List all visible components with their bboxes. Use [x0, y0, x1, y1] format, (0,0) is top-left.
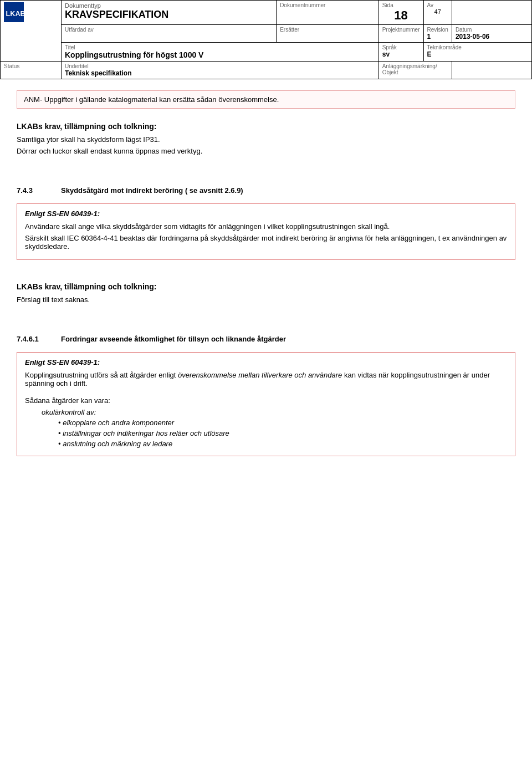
lkab-section-1-p1: Samtliga ytor skall ha skyddsform lägst … [17, 135, 515, 144]
section-7461-header: 7.4.6.1 Fordringar avseende åtkomlighet … [17, 335, 515, 343]
tech-area-label: Teknikområde [427, 44, 528, 50]
issued-by-label: Utfärdad av [65, 27, 273, 33]
title-cell: Titel Kopplingsutrustning för högst 1000… [62, 43, 379, 62]
date-cell: Datum 2013-05-06 [452, 25, 531, 43]
title-value: Kopplingsutrustning för högst 1000 V [65, 50, 375, 59]
replaces-cell: Ersätter [277, 25, 379, 43]
doc-type-label: Dokumenttyp [65, 2, 273, 9]
marking-cell: Anläggningsmärkning/ Objekt [378, 62, 452, 79]
revision-value: 1 [427, 33, 448, 40]
title-label: Titel [65, 44, 375, 50]
lkab-section-1-p2: Dörrar och luckor skall endast kunna öpp… [17, 147, 515, 155]
lkab-section-1: LKABs krav, tillämpning och tolkning: Sa… [17, 122, 515, 155]
section-7461-number: 7.4.6.1 [17, 335, 50, 343]
enligt-box-2-title: Enligt SS-EN 60439-1: [25, 358, 507, 366]
enligt-box-1-title: Enligt SS-EN 60439-1: [25, 210, 507, 218]
enligt-box-2-p1: Kopplingsutrustning utförs så att åtgärd… [25, 371, 507, 387]
according-list: okulärkontroll av: elkopplare och andra … [25, 408, 507, 448]
dot-list-item-3: anslutning och märkning av ledare [25, 440, 507, 448]
replaces-label: Ersätter [280, 27, 375, 33]
dot-item-3-text: anslutning och märkning av ledare [63, 440, 172, 448]
dash-item-text: okulärkontroll av: [42, 408, 96, 416]
svg-text:LKAB: LKAB [6, 10, 24, 18]
of-cell: Av 47 [423, 1, 452, 25]
section-7461-title: Fordringar avseende åtkomlighet för till… [61, 335, 286, 343]
marking-label: Anläggningsmärkning/ Objekt [382, 63, 448, 75]
date-label: Datum [456, 27, 528, 33]
project-number-cell: Projektnummer [378, 25, 423, 43]
dot-item-2-text: inställningar och indikeringar hos reläe… [63, 429, 229, 437]
section-743-title: Skyddsåtgärd mot indirekt beröring ( se … [61, 186, 243, 195]
lkab-section-2: LKABs krav, tillämpning och tolkning: Fö… [17, 282, 515, 304]
anm-box: ANM- Uppgifter i gällande katalogmateria… [17, 90, 515, 109]
subtitle-label: Undertitel [65, 63, 375, 69]
lkab-section-2-p1: Förslag till text saknas. [17, 295, 515, 304]
page-number: 18 [382, 8, 420, 23]
enligt-box-2-p2: Sådana åtgärder kan vara: [25, 396, 507, 405]
issued-by-cell: Utfärdad av [62, 25, 277, 43]
doc-type-cell: Dokumenttyp KRAVSPECIFIKATION [62, 1, 277, 25]
subtitle-cell: Undertitel Teknisk specifikation [62, 62, 379, 79]
document-header: LKAB Dokumenttyp KRAVSPECIFIKATION Dokum… [0, 0, 532, 79]
tech-area-cell: Teknikområde E [423, 43, 531, 62]
enligt-box-1: Enligt SS-EN 60439-1: Användare skall an… [17, 203, 515, 260]
date-value: 2013-05-06 [456, 33, 528, 40]
page-label: Sida [382, 2, 420, 8]
doc-number-label: Dokumentnummer [280, 2, 375, 8]
main-content: ANM- Uppgifter i gällande katalogmateria… [0, 79, 532, 478]
enligt-box-1-p2: Särskilt skall IEC 60364-4-41 beaktas dä… [25, 234, 507, 251]
tech-area-value: E [427, 50, 528, 58]
lkab-logo-icon: LKAB [4, 2, 24, 22]
subtitle-value: Teknisk specifikation [65, 69, 375, 77]
language-label: Språk [382, 44, 420, 50]
of-label: Av [427, 2, 448, 8]
revision-cell: Revision 1 [423, 25, 452, 43]
doc-type-value: KRAVSPECIFIKATION [65, 9, 273, 21]
enligt-box-2: Enligt SS-EN 60439-1: Kopplingsutrustnin… [17, 352, 515, 456]
status-cell: Status [1, 62, 62, 79]
dot-list-item-1: elkopplare och andra komponenter [25, 419, 507, 427]
dash-list-item: okulärkontroll av: [25, 408, 507, 416]
anm-text: ANM- Uppgifter i gällande katalogmateria… [24, 95, 279, 104]
lkab-section-2-heading: LKABs krav, tillämpning och tolkning: [17, 282, 515, 291]
enligt-box-1-p1: Användare skall ange vilka skyddsåtgärde… [25, 222, 507, 231]
lkab-section-1-heading: LKABs krav, tillämpning och tolkning: [17, 122, 515, 131]
doc-number-cell: Dokumentnummer [277, 1, 379, 25]
revision-label: Revision [427, 27, 448, 33]
project-number-label: Projektnummer [382, 27, 420, 33]
dot-item-1-text: elkopplare och andra komponenter [63, 419, 174, 427]
language-cell: Språk sv [378, 43, 423, 62]
of-number: 47 [427, 8, 448, 15]
section-743-number: 7.4.3 [17, 186, 50, 195]
dot-list-item-2: inställningar och indikeringar hos reläe… [25, 429, 507, 437]
section-743-header: 7.4.3 Skyddsåtgärd mot indirekt beröring… [17, 186, 515, 195]
language-value: sv [382, 50, 420, 58]
status-label: Status [4, 63, 58, 69]
page-cell: Sida 18 [378, 1, 423, 25]
logo-cell: LKAB [1, 1, 62, 62]
